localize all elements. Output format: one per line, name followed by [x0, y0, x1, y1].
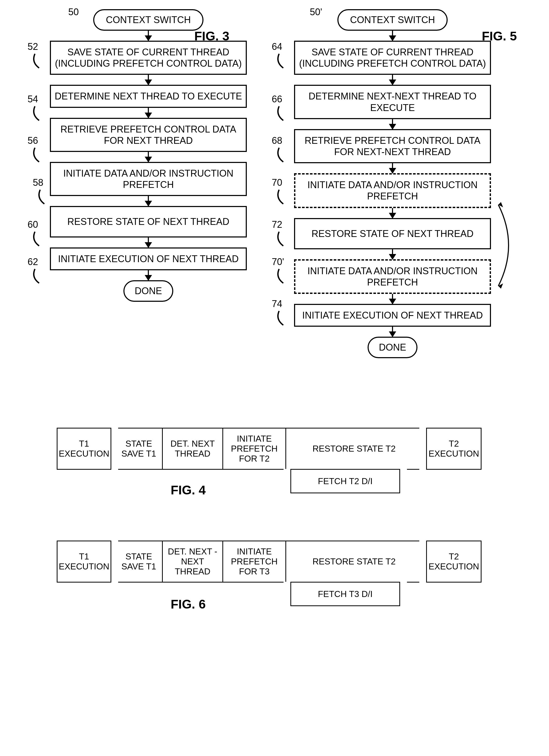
fig3-start-node: CONTEXT SWITCH	[93, 9, 203, 31]
fig3-ref-1: 54	[28, 94, 38, 105]
fig5-ref-2: 68	[272, 135, 282, 146]
fig4-cell-1: STATE SAVE T1	[115, 428, 163, 470]
fig6-cell-5: T2 EXECUTION	[423, 541, 486, 583]
fig5-start-ref: 50'	[310, 7, 322, 18]
fig4-cell-4: RESTORE STATE T2	[286, 428, 423, 470]
ref-tick-icon	[33, 53, 47, 69]
fig5-step-0: SAVE STATE OF CURRENT THREAD (INCLUDING …	[294, 41, 491, 75]
arrow-down-icon	[285, 31, 500, 41]
fig5-step-3: INITIATE DATA AND/OR INSTRUCTION PREFETC…	[294, 173, 491, 208]
fig3-step-2: RETRIEVE PREFETCH CONTROL DATA FOR NEXT …	[50, 118, 247, 152]
fig5-flowchart: 50' CONTEXT SWITCH 64 SAVE STATE OF CURR…	[285, 9, 500, 358]
arrow-down-icon	[41, 237, 256, 247]
fig3-ref-0: 52	[28, 41, 38, 52]
fig4-cell-5: T2 EXECUTION	[423, 428, 486, 470]
fig4-title: FIG. 4	[171, 483, 205, 497]
fig5-ref-3: 70	[272, 177, 282, 188]
fig6-cell-4: RESTORE STATE T2	[286, 541, 423, 583]
arrow-down-icon	[41, 270, 256, 280]
arrow-down-icon	[285, 327, 500, 337]
fig5-ref-4: 72	[272, 219, 282, 230]
arrow-down-icon	[41, 108, 256, 118]
fig5-step-2: RETRIEVE PREFETCH CONTROL DATA FOR NEXT-…	[294, 129, 491, 163]
fig3-ref-2: 56	[28, 135, 38, 146]
fig4-under: FETCH T2 D/I	[318, 476, 373, 486]
ref-tick-icon	[277, 310, 291, 326]
fig3-step-0: SAVE STATE OF CURRENT THREAD (INCLUDING …	[50, 41, 247, 75]
arrow-down-icon	[285, 294, 500, 304]
fig5-end-node: DONE	[368, 337, 418, 358]
fig6-cell-2: DET. NEXT -NEXT THREAD	[163, 541, 223, 583]
fig3-step-1: DETERMINE NEXT THREAD TO EXECUTE	[50, 85, 247, 108]
fig4-cell-0: T1 EXECUTION	[52, 428, 115, 470]
fig3-step-3: INITIATE DATA AND/OR INSTRUCTION PREFETC…	[50, 162, 247, 196]
ref-tick-icon	[277, 268, 291, 284]
fig6-cell-3: INITIATE PREFETCH FOR T3	[223, 541, 286, 583]
fig3-ref-4: 60	[28, 219, 38, 230]
fig5-step-4: RESTORE STATE OF NEXT THREAD	[294, 218, 491, 249]
ref-tick-icon	[277, 231, 291, 247]
fig4-cell-3: INITIATE PREFETCH FOR T2	[223, 428, 286, 470]
fig6-under: FETCH T3 D/I	[318, 589, 373, 599]
fig5-ref-1: 66	[272, 94, 282, 105]
fig3-flowchart: 50 CONTEXT SWITCH 52 SAVE STATE OF CURRE…	[41, 9, 256, 302]
fig3-start-ref: 50	[68, 7, 79, 18]
fig3-ref-3: 58	[33, 177, 43, 188]
fig4-cell-2: DET. NEXT THREAD	[163, 428, 223, 470]
fig3-ref-5: 62	[28, 256, 38, 267]
ref-tick-icon	[277, 53, 291, 69]
arrow-down-icon	[285, 249, 500, 259]
arrow-down-icon	[285, 163, 500, 173]
fig4-timeline: T1 EXECUTION STATE SAVE T1 DET. NEXT THR…	[52, 428, 494, 493]
arrow-down-icon	[41, 31, 256, 41]
arrow-down-icon	[41, 152, 256, 162]
double-arrow-curve-icon	[494, 199, 525, 292]
fig5-start-node: CONTEXT SWITCH	[338, 9, 448, 31]
arrow-down-icon	[285, 119, 500, 129]
fig6-cell-1: STATE SAVE T1	[115, 541, 163, 583]
fig6-timeline: T1 EXECUTION STATE SAVE T1 DET. NEXT -NE…	[52, 541, 494, 606]
fig3-step-5: INITIATE EXECUTION OF NEXT THREAD	[50, 247, 247, 270]
fig6-title: FIG. 6	[171, 597, 205, 611]
arrow-down-icon	[285, 75, 500, 85]
fig5-step-1: DETERMINE NEXT-NEXT THREAD TO EXECUTE	[294, 85, 491, 119]
arrow-down-icon	[285, 208, 500, 218]
arrow-down-icon	[41, 75, 256, 85]
fig5-step-6: INITIATE EXECUTION OF NEXT THREAD	[294, 304, 491, 327]
fig5-step-5: INITIATE DATA AND/OR INSTRUCTION PREFETC…	[294, 259, 491, 294]
arrow-down-icon	[41, 196, 256, 206]
ref-tick-icon	[277, 147, 291, 163]
fig6-cell-0: T1 EXECUTION	[52, 541, 115, 583]
ref-tick-icon	[277, 189, 291, 205]
fig5-ref-6: 74	[272, 298, 282, 309]
fig5-ref-5: 70'	[272, 256, 284, 267]
fig3-end-node: DONE	[123, 280, 173, 302]
fig3-step-4: RESTORE STATE OF NEXT THREAD	[50, 206, 247, 237]
fig5-ref-0: 64	[272, 41, 282, 52]
